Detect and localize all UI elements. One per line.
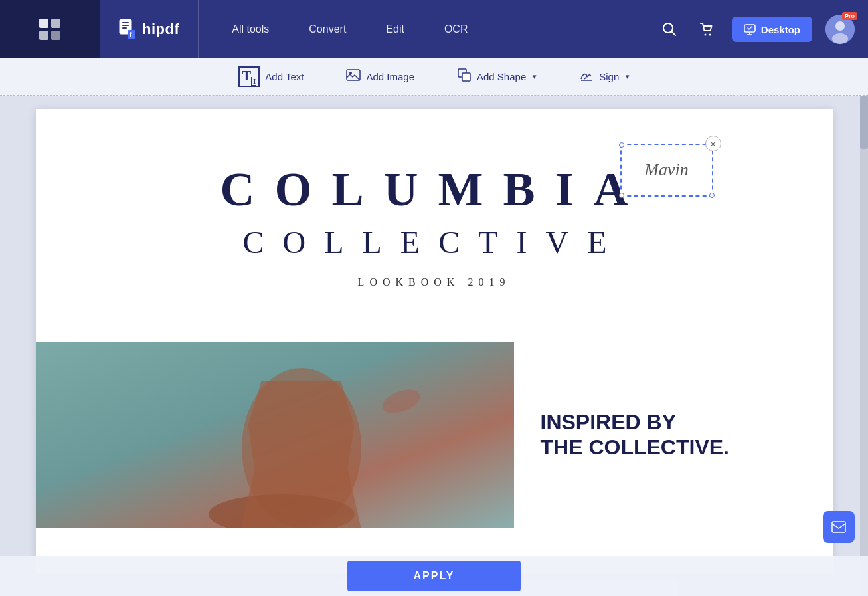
signature-close-button[interactable]: × (705, 136, 721, 151)
svg-rect-1 (51, 19, 60, 28)
shape-chevron-icon: ▾ (533, 72, 537, 81)
collective-subtitle: COLLECTIVE (76, 224, 793, 260)
add-text-label: Add Text (265, 71, 304, 82)
nav-all-tools[interactable]: All tools (212, 0, 289, 58)
signature-text: Mavin (644, 160, 688, 180)
nav-right: Desktop Pro (657, 15, 868, 44)
svg-point-12 (704, 34, 706, 36)
svg-rect-7 (122, 27, 127, 29)
add-text-tool[interactable]: TI Add Text (230, 62, 312, 91)
svg-point-13 (709, 34, 711, 36)
nav-links: All tools Convert Edit OCR (199, 0, 657, 58)
resize-handle-br[interactable] (709, 193, 715, 198)
lookbook-text: LOOKBOOK 2019 (76, 276, 793, 288)
user-avatar[interactable]: Pro (825, 15, 855, 44)
signature-box[interactable]: × Mavin (620, 144, 713, 197)
nav-ocr[interactable]: OCR (424, 0, 488, 58)
inspired-section: INSPIRED BY THE COLLECTIVE. (514, 342, 833, 528)
inspired-line1: INSPIRED BY (541, 409, 729, 435)
shape-icon (457, 68, 472, 86)
svg-rect-5 (122, 22, 129, 23)
svg-line-11 (671, 31, 675, 35)
add-image-tool[interactable]: Add Image (338, 64, 422, 90)
svg-point-26 (242, 368, 361, 528)
svg-point-18 (835, 21, 845, 31)
svg-rect-6 (122, 25, 129, 26)
hipdf-text: hipdf (142, 21, 179, 38)
svg-rect-29 (832, 522, 845, 532)
sign-icon (579, 68, 594, 86)
apply-button[interactable]: APPLY (347, 561, 521, 591)
inspired-text: INSPIRED BY THE COLLECTIVE. (541, 409, 729, 460)
chair-image (36, 342, 514, 528)
svg-rect-2 (39, 31, 48, 40)
pdf-page: × Mavin COLUMBIA COLLECTIVE LOOKBOOK 201… (36, 109, 833, 574)
svg-rect-3 (51, 31, 60, 40)
navbar: f hipdf All tools Convert Edit OCR (0, 0, 868, 58)
desktop-btn-label: Desktop (761, 24, 800, 35)
sign-tool[interactable]: Sign ▾ (571, 64, 638, 90)
sign-label: Sign (599, 71, 619, 82)
svg-rect-23 (462, 73, 470, 81)
inspired-line2: THE COLLECTIVE. (541, 435, 729, 460)
text-icon: TI (238, 66, 260, 87)
svg-point-19 (832, 33, 848, 44)
resize-handle-bl[interactable] (619, 193, 624, 198)
svg-rect-25 (36, 342, 514, 528)
nav-convert[interactable]: Convert (289, 0, 366, 58)
email-icon (831, 521, 846, 533)
hipdf-brand[interactable]: f hipdf (100, 0, 199, 58)
nav-edit[interactable]: Edit (366, 0, 424, 58)
cart-icon[interactable] (695, 17, 719, 41)
add-image-label: Add Image (366, 71, 414, 82)
desktop-button[interactable]: Desktop (732, 17, 812, 42)
scrollbar-thumb[interactable] (860, 96, 868, 149)
email-fab-button[interactable] (823, 511, 855, 543)
pro-badge: Pro (842, 12, 857, 20)
toolbar: TI Add Text Add Image Add Shape ▾ (0, 58, 868, 96)
image-icon (346, 68, 361, 86)
wondershare-logo[interactable] (0, 0, 100, 58)
pdf-canvas: × Mavin COLUMBIA COLLECTIVE LOOKBOOK 201… (0, 96, 868, 596)
svg-rect-0 (39, 19, 48, 28)
sign-chevron-icon: ▾ (626, 72, 630, 81)
search-icon[interactable] (657, 17, 681, 41)
apply-bar: APPLY (0, 556, 868, 596)
bottom-section: INSPIRED BY THE COLLECTIVE. (36, 342, 833, 528)
add-shape-label: Add Shape (477, 71, 526, 82)
scrollbar[interactable] (860, 96, 868, 596)
add-shape-tool[interactable]: Add Shape ▾ (449, 64, 545, 90)
main-content: × Mavin COLUMBIA COLLECTIVE LOOKBOOK 201… (0, 96, 868, 596)
resize-handle-tl[interactable] (619, 142, 624, 148)
